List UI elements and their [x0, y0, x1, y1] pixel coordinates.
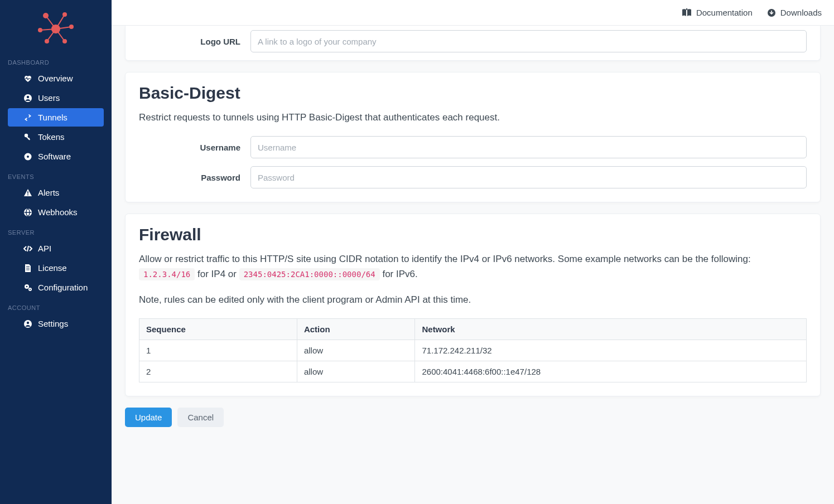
cogs-icon — [23, 283, 32, 292]
cell-action: allow — [297, 361, 415, 382]
globe-icon — [23, 208, 32, 217]
book-icon — [682, 8, 692, 17]
basic-digest-description: Restrict requests to tunnels using HTTP … — [139, 110, 807, 125]
svg-line-8 — [56, 29, 65, 41]
heartbeat-icon — [23, 74, 32, 83]
sidebar-item-users[interactable]: Users — [8, 89, 104, 107]
username-input[interactable] — [250, 136, 807, 158]
sidebar-section-dashboard: DASHBOARD — [0, 52, 112, 69]
firewall-description: Allow or restrict traffic to this HTTP/S… — [139, 252, 807, 282]
table-row: 2 allow 2600:4041:4468:6f00::1e47/128 — [139, 361, 807, 382]
username-label: Username — [139, 143, 250, 152]
firewall-desc-pre: Allow or restrict traffic to this HTTP/S… — [139, 254, 751, 264]
basic-digest-title: Basic-Digest — [139, 84, 807, 103]
sidebar-item-software[interactable]: Software — [8, 147, 104, 166]
sidebar: DASHBOARD Overview Users Tunnels Tokens — [0, 0, 112, 504]
user-circle-icon — [23, 319, 32, 328]
firewall-title: Firewall — [139, 225, 807, 244]
svg-point-21 — [27, 194, 28, 195]
svg-rect-20 — [27, 191, 28, 194]
disc-icon — [23, 152, 32, 161]
topbar: Documentation Downloads — [112, 0, 834, 26]
basic-digest-card: Basic-Digest Restrict requests to tunnel… — [125, 72, 821, 202]
logo-url-label: Logo URL — [139, 37, 250, 46]
sidebar-item-label: Users — [38, 93, 60, 103]
sidebar-item-license[interactable]: License — [8, 259, 104, 277]
sidebar-item-api[interactable]: API — [8, 239, 104, 258]
svg-line-10 — [47, 29, 56, 41]
alert-triangle-icon — [23, 188, 32, 197]
svg-point-15 — [25, 133, 28, 137]
action-buttons: Update Cancel — [125, 408, 821, 427]
cell-action: allow — [297, 340, 415, 361]
logo-url-card: Logo URL — [125, 26, 821, 61]
sidebar-item-label: Webhooks — [38, 207, 78, 217]
sidebar-item-label: Settings — [38, 319, 68, 328]
downloads-link[interactable]: Downloads — [767, 8, 822, 17]
sidebar-item-alerts[interactable]: Alerts — [8, 183, 104, 202]
svg-point-28 — [30, 289, 31, 290]
sidebar-section-account: ACCOUNT — [0, 298, 112, 314]
app-logo — [0, 0, 112, 52]
sidebar-item-webhooks[interactable]: Webhooks — [8, 203, 104, 221]
sidebar-item-overview[interactable]: Overview — [8, 69, 104, 88]
sidebar-section-events: EVENTS — [0, 167, 112, 183]
update-button[interactable]: Update — [125, 408, 172, 427]
sidebar-item-label: Tokens — [38, 132, 65, 142]
sidebar-item-configuration[interactable]: Configuration — [8, 278, 104, 297]
cell-sequence: 1 — [139, 340, 297, 361]
sidebar-item-label: Alerts — [38, 188, 59, 197]
sidebar-item-label: API — [38, 244, 51, 253]
sidebar-item-tokens[interactable]: Tokens — [8, 128, 104, 146]
svg-rect-16 — [26, 136, 30, 140]
code-icon — [23, 244, 32, 253]
sidebar-item-label: Overview — [38, 74, 73, 83]
sidebar-item-label: Configuration — [38, 283, 88, 292]
cancel-button[interactable]: Cancel — [177, 408, 224, 427]
link-label: Downloads — [780, 8, 822, 17]
exchange-icon — [23, 113, 32, 122]
col-network: Network — [415, 319, 807, 340]
firewall-example-ipv6: 2345:0425:2CA1:0000::0000/64 — [239, 268, 380, 280]
svg-point-19 — [27, 156, 29, 158]
svg-point-26 — [26, 285, 28, 287]
col-action: Action — [297, 319, 415, 340]
sidebar-item-tunnels[interactable]: Tunnels — [8, 108, 104, 127]
logo-url-input[interactable] — [250, 30, 807, 52]
file-icon — [23, 264, 32, 273]
svg-line-4 — [56, 14, 65, 29]
cell-sequence: 2 — [139, 361, 297, 382]
link-label: Documentation — [696, 8, 753, 17]
user-circle-icon — [23, 94, 32, 103]
svg-point-30 — [27, 321, 29, 323]
firewall-card: Firewall Allow or restrict traffic to th… — [125, 214, 821, 396]
table-row: 1 allow 71.172.242.211/32 — [139, 340, 807, 361]
svg-point-14 — [27, 95, 29, 98]
sidebar-item-label: Software — [38, 152, 71, 161]
sidebar-section-server: SERVER — [0, 222, 112, 239]
firewall-desc-mid2: for IPv6. — [382, 269, 417, 279]
password-input[interactable] — [250, 166, 807, 188]
documentation-link[interactable]: Documentation — [682, 8, 753, 17]
svg-line-2 — [46, 16, 56, 29]
cell-network: 2600:4041:4468:6f00::1e47/128 — [415, 361, 807, 382]
password-label: Password — [139, 173, 250, 182]
sidebar-item-label: Tunnels — [38, 113, 68, 122]
firewall-table: Sequence Action Network 1 allow 71.172.2… — [139, 318, 807, 382]
svg-point-31 — [686, 8, 687, 10]
key-icon — [23, 133, 32, 142]
firewall-note: Note, rules can be edited only with the … — [139, 293, 807, 307]
col-sequence: Sequence — [139, 319, 297, 340]
firewall-example-ipv4: 1.2.3.4/16 — [139, 268, 195, 280]
network-logo-icon — [36, 10, 76, 45]
cell-network: 71.172.242.211/32 — [415, 340, 807, 361]
sidebar-item-label: License — [38, 263, 67, 273]
firewall-desc-mid1: for IP4 or — [197, 269, 239, 279]
sidebar-item-settings[interactable]: Settings — [8, 314, 104, 333]
download-icon — [767, 8, 776, 17]
